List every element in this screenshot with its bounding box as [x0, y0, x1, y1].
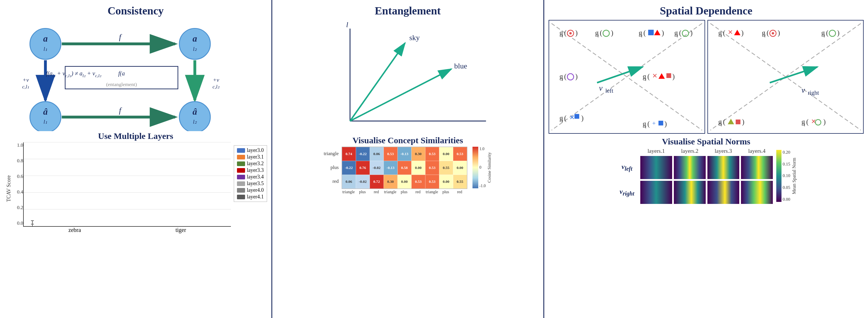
col-label-4: layers.4 [741, 148, 773, 154]
legend-layer33: layer3.3 [237, 167, 264, 173]
cell-2-0: 0.06 [342, 175, 356, 188]
svg-text:l₁: l₁ [43, 46, 47, 52]
legend-layer31: layer3.1 [237, 154, 264, 160]
svg-text:): ) [662, 29, 664, 37]
spatial-panel: Spatial Dependence g l ( ) g l ( [544, 0, 868, 318]
legend-layer41: layer4.1 [237, 194, 264, 200]
consistency-panel: Consistency a_l2 --> a l₁ [0, 0, 271, 318]
svg-text:): ) [673, 72, 675, 80]
row-label-triangle: triangle [324, 151, 339, 156]
svg-text:l: l [641, 33, 643, 38]
svg-text:a: a [193, 34, 197, 44]
svg-text:l: l [597, 33, 599, 38]
svg-text:l: l [562, 118, 563, 123]
col-label-3: layers.3 [707, 148, 739, 154]
entanglement-title: Entanglement [277, 4, 539, 17]
hm-vleft-1 [640, 156, 672, 179]
hm-vleft-2 [674, 156, 706, 179]
colorbar-title: Cosine Similarity [487, 152, 492, 182]
svg-point-69 [567, 74, 574, 80]
legend-label-layer41: layer4.1 [247, 194, 264, 200]
spatial-cb-010: 0.10 [783, 173, 790, 178]
svg-text:l₁: l₁ [43, 119, 47, 125]
spatial-cb-015: 0.15 [783, 162, 790, 167]
heatmap-wrapper: triangle plus red 0.74 -0.22 0.06 0.53 -… [324, 147, 492, 195]
svg-text:(: ( [647, 120, 650, 128]
svg-text:left: left [605, 87, 613, 94]
svg-rect-82 [574, 114, 579, 119]
svg-text:(: ( [723, 29, 725, 37]
cell-2-8: 0.55 [453, 175, 467, 188]
svg-line-63 [597, 67, 643, 83]
spatial-heatmap-wrapper: layers.1 layers.2 layers.3 layers.4 vlef… [615, 148, 797, 204]
cell-2-2: 0.72 [370, 175, 384, 188]
spatial-cb-020: 0.20 [783, 150, 790, 155]
cell-0-2: 0.06 [370, 147, 384, 161]
chart-legend: layer3.0 layer3.1 layer3.2 layer3.3 laye… [234, 145, 267, 202]
svg-text:v: v [802, 86, 805, 95]
svg-text:): ) [777, 29, 780, 37]
hm-vleft-4 [741, 156, 773, 179]
svg-text:(entanglement): (entanglement) [106, 81, 137, 87]
row-label-red: red [324, 178, 339, 184]
svg-rect-88 [658, 121, 663, 126]
cell-1-5: 0.00 [411, 161, 425, 175]
svg-rect-54 [648, 30, 654, 35]
svg-text:l: l [562, 76, 563, 82]
xlabel-zebra: zebra [25, 227, 125, 235]
y-axis-labels: 1.0 0.8 0.6 0.4 0.2 0.0 [13, 142, 23, 235]
legend-label-layer33: layer3.3 [247, 167, 264, 173]
heatmap-col-labels: triangle plus red triangle plus red tria… [342, 190, 467, 195]
spatial-title: Spatial Dependence [549, 4, 864, 17]
svg-text:l₂: l₂ [193, 46, 197, 52]
svg-text:✕: ✕ [728, 29, 733, 36]
svg-text:(: ( [826, 29, 828, 37]
consistency-svg: a_l2 --> a l₁ f [4, 22, 267, 131]
svg-text:l: l [645, 76, 646, 82]
svg-line-34 [350, 43, 405, 121]
svg-text:+v: +v [23, 77, 29, 83]
legend-label-layer30: layer3.0 [247, 147, 264, 153]
legend-layer40: layer4.0 [237, 187, 264, 193]
cell-2-1: -0.02 [356, 175, 370, 188]
legend-layer30: layer3.0 [237, 147, 264, 153]
col-label-1: layers.1 [640, 148, 672, 154]
svg-text:(: ( [806, 118, 808, 126]
legend-color-layer40 [237, 188, 245, 192]
cell-1-7: 0.55 [439, 161, 453, 175]
svg-text:â: â [193, 107, 197, 117]
svg-marker-75 [658, 73, 665, 79]
legend-layer34: layer3.4 [237, 174, 264, 180]
colorbar-max: 1.0 [479, 147, 486, 151]
row-label-vright: vright [615, 188, 639, 197]
svg-text:l: l [764, 33, 766, 38]
svg-text:l₂: l₂ [193, 119, 197, 125]
svg-text:(: ( [644, 29, 646, 37]
svg-text:): ) [823, 118, 826, 126]
hm-vright-4 [741, 181, 773, 204]
hm-vleft-3 [707, 156, 739, 179]
bar-chart-section: Use Multiple Layers TCAV Score 1.0 0.8 0… [4, 131, 267, 315]
spatial-heatmap-grid: layers.1 layers.2 layers.3 layers.4 vlef… [615, 148, 773, 204]
svg-text:l: l [645, 124, 646, 130]
cell-0-3: 0.53 [384, 147, 398, 161]
col-label-2: layers.2 [674, 148, 706, 154]
cell-2-6: 0.53 [425, 175, 439, 188]
entanglement-svg: l sky blue [277, 20, 539, 136]
svg-text:f(a: f(a [118, 70, 125, 77]
row-label-plus: plus [324, 165, 339, 170]
spatial-colorbar-wrapper: 0.20 0.15 0.10 0.05 0.00 Mean Spatial No… [776, 150, 797, 202]
legend-color-layer32 [237, 162, 245, 166]
svg-text:(: ( [723, 118, 725, 126]
svg-text:✕: ✕ [652, 72, 657, 79]
svg-text:(: ( [564, 29, 566, 37]
svg-text:l: l [720, 122, 722, 128]
colorbar-section: 1.0 0 -1.0 Cosine Similarity [472, 147, 492, 188]
svg-text:): ) [742, 118, 744, 126]
svg-text:l: l [824, 33, 825, 38]
svg-text:c,l₂: c,l₂ [212, 84, 220, 90]
svg-text:): ) [837, 29, 839, 37]
cell-2-7: 0.00 [439, 175, 453, 188]
svg-text:): ) [741, 29, 743, 37]
svg-text:+v: +v [213, 77, 219, 83]
